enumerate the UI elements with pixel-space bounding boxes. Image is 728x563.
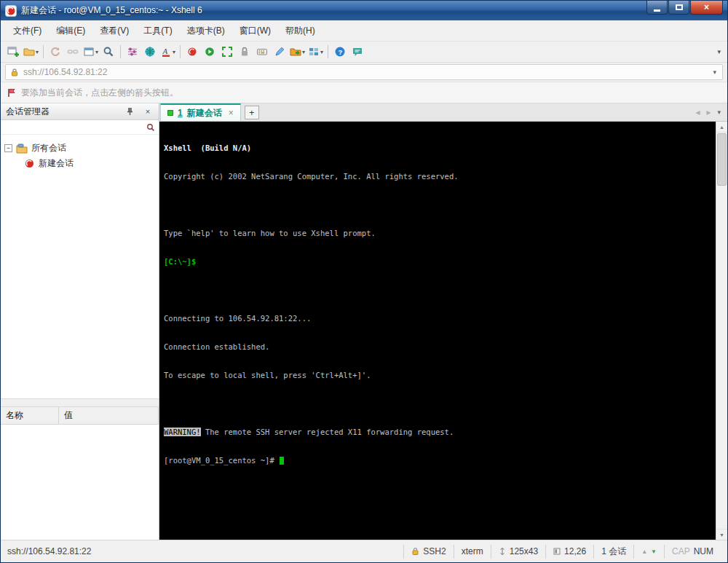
menu-edit[interactable]: 编辑(E) — [50, 22, 92, 40]
menu-tools[interactable]: 工具(T) — [137, 22, 178, 40]
terminal-pane: 1 新建会话 × + ◂ ▸ ▾ Xshell (Build N/A) Copy… — [159, 103, 727, 540]
help-icon: ? — [334, 46, 346, 58]
tree-item-all-sessions[interactable]: − 所有会话 — [4, 141, 155, 156]
status-session-count: 1 会话 — [593, 545, 633, 559]
column-header-name[interactable]: 名称 — [1, 407, 59, 424]
tab-scroll-right-icon[interactable]: ▸ — [706, 107, 711, 117]
scroll-up-icon[interactable]: ▲ — [716, 122, 727, 133]
open-sessions-button[interactable]: ▾ — [22, 43, 40, 60]
highlighter-icon — [274, 46, 285, 58]
panel-close-icon[interactable]: × — [142, 107, 154, 116]
play-script-button[interactable] — [201, 43, 218, 60]
font-color-button[interactable]: A ▾ — [159, 43, 177, 60]
terminal-line: To escape to local shell, press 'Ctrl+Al… — [164, 371, 711, 380]
menu-window[interactable]: 窗口(W) — [233, 22, 277, 40]
tab-number: 1 — [178, 108, 183, 118]
layout-button[interactable]: ▾ — [306, 43, 325, 60]
keypad-icon — [256, 46, 268, 58]
addressbar: ssh://106.54.92.81:22 ▾ — [1, 63, 727, 82]
menu-view[interactable]: 查看(V) — [93, 22, 135, 40]
toolbar-separator — [328, 45, 328, 58]
lock-icon — [239, 46, 250, 58]
status-connection: ssh://106.54.92.81:22 — [7, 546, 403, 556]
minimize-button[interactable] — [646, 1, 668, 15]
tree-item-new-session[interactable]: 新建会话 — [24, 156, 155, 171]
new-tab-button[interactable]: + — [245, 106, 259, 119]
caps-lock-indicator: CAP — [672, 546, 690, 556]
record-button[interactable] — [183, 43, 201, 60]
statusbar: ssh://106.54.92.81:22 SSH2 xterm 125x43 … — [1, 540, 727, 562]
session-tree: − 所有会话 新建会话 — [1, 135, 159, 398]
status-cursor-position: 12,26 — [545, 545, 593, 559]
new-session-icon — [7, 46, 19, 58]
search-icon — [103, 46, 114, 58]
panel-splitter[interactable] — [1, 398, 159, 407]
scroll-down-icon[interactable]: ▼ — [716, 529, 727, 540]
fullscreen-button[interactable] — [218, 43, 236, 60]
font-icon: A — [160, 46, 172, 58]
file-transfer-caret-icon: ▾ — [302, 49, 305, 55]
terminal-scrollbar[interactable]: ▲ ▼ — [716, 122, 727, 540]
terminal-line: Connecting to 106.54.92.81:22... — [164, 314, 711, 323]
pin-icon[interactable] — [126, 107, 138, 116]
address-dropdown-icon[interactable]: ▾ — [711, 68, 718, 76]
tab-close-icon[interactable]: × — [229, 108, 234, 118]
layout-caret-icon: ▾ — [320, 49, 323, 55]
tab-list-dropdown-icon[interactable]: ▾ — [717, 109, 721, 116]
menu-help[interactable]: 帮助(H) — [279, 22, 322, 40]
session-filter-bar[interactable] — [1, 120, 159, 135]
feedback-button[interactable] — [349, 43, 366, 60]
globe-icon — [144, 46, 156, 58]
tab-label: 新建会话 — [187, 107, 222, 119]
terminal-line: Type `help' to learn how to use Xshell p… — [164, 229, 711, 238]
filter-search-icon — [146, 123, 155, 132]
menu-file[interactable]: 文件(F) — [7, 22, 48, 40]
layout-grid-icon — [308, 46, 320, 58]
web-button[interactable] — [141, 43, 159, 60]
minimize-icon — [654, 9, 660, 12]
virtual-keypad-button[interactable] — [253, 43, 271, 60]
disconnect-button[interactable] — [64, 43, 82, 60]
disconnect-icon — [67, 46, 79, 58]
open-sessions-caret-icon: ▾ — [36, 49, 39, 55]
lock-screen-button[interactable] — [236, 43, 253, 60]
file-transfer-button[interactable]: ▾ — [288, 43, 306, 60]
expander-icon[interactable]: − — [4, 144, 12, 152]
toolbar-separator — [120, 45, 121, 58]
open-folder-icon — [23, 46, 35, 58]
xshell-window: 新建会话 - root@VM_0_15_centos:~ - Xshell 6 … — [0, 0, 728, 563]
tabbar: 1 新建会话 × + ◂ ▸ ▾ — [159, 103, 727, 122]
terminal[interactable]: Xshell (Build N/A) Copyright (c) 2002 Ne… — [159, 122, 716, 540]
help-button[interactable]: ? — [331, 43, 349, 60]
new-terminal-button[interactable]: ▾ — [82, 43, 100, 60]
close-button[interactable]: × — [690, 1, 723, 15]
find-button[interactable] — [100, 43, 117, 60]
terminal-line: WARNING! The remote SSH server rejected … — [164, 428, 711, 437]
maximize-icon — [676, 4, 683, 10]
column-header-value[interactable]: 值 — [59, 407, 159, 424]
reconnect-button[interactable] — [47, 43, 64, 60]
compose-button[interactable] — [271, 43, 288, 60]
download-arrow-icon: ▼ — [651, 548, 657, 555]
infobar: 要添加当前会话，点击左侧的箭头按钮。 — [1, 82, 727, 103]
address-input[interactable]: ssh://106.54.92.81:22 ▾ — [5, 64, 723, 80]
maximize-button[interactable] — [668, 1, 689, 15]
font-color-caret-icon: ▾ — [173, 49, 175, 55]
scrollbar-thumb[interactable] — [717, 133, 727, 186]
window-title: 新建会话 - root@VM_0_15_centos:~ - Xshell 6 — [21, 4, 641, 17]
new-terminal-caret-icon: ▾ — [95, 49, 98, 55]
address-value: ssh://106.54.92.81:22 — [23, 67, 707, 77]
session-manager-panel: 会话管理器 × − 所有会话 新建会话 — [1, 103, 159, 540]
titlebar[interactable]: 新建会话 - root@VM_0_15_centos:~ - Xshell 6 … — [1, 1, 727, 20]
toolbar-overflow-button[interactable]: ▾ — [714, 48, 724, 55]
tab-scroll-left-icon[interactable]: ◂ — [695, 107, 700, 117]
toolbar-separator — [43, 45, 44, 58]
new-session-button[interactable] — [4, 43, 22, 60]
menu-tabs[interactable]: 选项卡(B) — [181, 22, 232, 40]
terminal-line: [C:\~]$ — [164, 257, 711, 267]
upload-arrow-icon: ▲ — [641, 548, 647, 555]
properties-table-header: 名称 值 — [1, 407, 159, 425]
properties-button[interactable] — [124, 43, 141, 60]
terminal-line: Xshell (Build N/A) — [164, 143, 711, 153]
tab-new-session[interactable]: 1 新建会话 × — [160, 103, 241, 121]
